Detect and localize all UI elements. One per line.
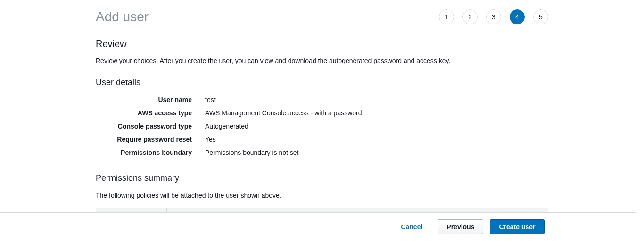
wizard-step-1[interactable]: 1 [439,9,454,24]
detail-label: Console password type [96,122,205,130]
detail-row-permissions-boundary: Permissions boundary Permissions boundar… [96,149,548,156]
page-title: Add user [96,9,149,24]
wizard-step-5[interactable]: 5 [533,9,548,24]
user-details-list: User name test AWS access type AWS Manag… [96,96,548,156]
detail-value: Autogenerated [205,122,248,130]
detail-row-username: User name test [96,96,548,104]
permissions-summary-heading: Permissions summary [96,173,548,185]
wizard-step-4[interactable]: 4 [510,9,525,24]
detail-value: test [205,96,216,104]
detail-value: Yes [205,136,216,143]
detail-label: User name [96,96,205,104]
detail-label: AWS access type [96,109,205,117]
detail-value: AWS Management Console access - with a p… [205,109,362,117]
review-heading: Review [96,39,548,51]
detail-value: Permissions boundary is not set [205,149,298,156]
review-description: Review your choices. After you create th… [96,57,548,64]
previous-button[interactable]: Previous [438,219,483,234]
detail-label: Permissions boundary [96,149,205,156]
detail-row-access-type: AWS access type AWS Management Console a… [96,109,548,117]
wizard-step-2[interactable]: 2 [462,9,478,24]
user-details-heading: User details [96,78,548,89]
permissions-summary-description: The following policies will be attached … [96,192,548,199]
detail-row-password-type: Console password type Autogenerated [96,122,548,130]
detail-label: Require password reset [96,136,205,143]
wizard-step-3[interactable]: 3 [486,9,501,24]
wizard-steps: 1 2 3 4 5 [439,9,548,24]
detail-row-password-reset: Require password reset Yes [96,136,548,143]
footer-bar: Cancel Previous Create user [0,212,636,241]
cancel-button[interactable]: Cancel [392,220,431,234]
create-user-button[interactable]: Create user [490,219,544,234]
